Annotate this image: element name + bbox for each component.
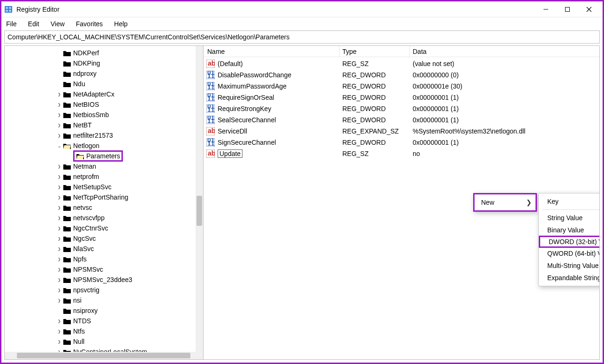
value-row[interactable]: (Default)REG_SZ(value not set) bbox=[204, 58, 599, 69]
expander-icon[interactable]: ❯ bbox=[56, 133, 61, 137]
expander-icon[interactable]: ❯ bbox=[56, 185, 61, 189]
tree-node-parameters[interactable]: Parameters bbox=[5, 151, 203, 161]
folder-icon bbox=[63, 49, 71, 57]
tree-node-ntds[interactable]: ❯NTDS bbox=[5, 316, 203, 326]
value-row[interactable]: UpdateREG_SZno bbox=[204, 148, 599, 159]
value-name: (Default) bbox=[218, 60, 243, 67]
tree-node-netlogon[interactable]: ⌄Netlogon bbox=[5, 141, 203, 151]
column-name[interactable]: Name bbox=[204, 46, 340, 57]
expander-icon[interactable]: ❯ bbox=[56, 205, 61, 209]
expander-icon[interactable]: ❯ bbox=[56, 164, 61, 168]
tree-node-npsmsvc[interactable]: ❯NPSMSvc bbox=[5, 264, 203, 275]
expander-icon[interactable]: ❯ bbox=[56, 174, 61, 178]
column-data[interactable]: Data bbox=[410, 46, 599, 57]
expander-icon[interactable]: ❯ bbox=[56, 92, 61, 96]
tree-node-ndkping[interactable]: NDKPing bbox=[5, 58, 203, 68]
tree-node-netadaptercx[interactable]: ❯NetAdapterCx bbox=[5, 89, 203, 99]
tree-node-netman[interactable]: ❯Netman bbox=[5, 161, 203, 171]
column-type[interactable]: Type bbox=[340, 46, 410, 57]
expander-icon[interactable]: ❯ bbox=[56, 215, 61, 220]
expander-icon[interactable]: ❯ bbox=[56, 267, 61, 271]
value-row[interactable]: RequireSignOrSealREG_DWORD0x00000001 (1) bbox=[204, 92, 599, 103]
tree-node-netbios[interactable]: ❯NetBIOS bbox=[5, 99, 203, 110]
expander-icon[interactable]: ❯ bbox=[56, 298, 61, 302]
address-bar[interactable]: Computer\HKEY_LOCAL_MACHINE\SYSTEM\Curre… bbox=[4, 30, 600, 44]
expander-icon[interactable]: ❯ bbox=[56, 329, 61, 333]
value-name[interactable]: Update bbox=[218, 149, 242, 158]
context-menu-new[interactable]: New ❯ bbox=[473, 193, 537, 212]
tree-node-label: Ndu bbox=[73, 80, 85, 88]
context-item-multi-string-value[interactable]: Multi-String Value bbox=[539, 260, 599, 272]
tree-node-npfs[interactable]: ❯Npfs bbox=[5, 254, 203, 264]
context-item-binary-value[interactable]: Binary Value bbox=[539, 224, 599, 236]
folder-icon bbox=[63, 297, 71, 304]
value-row[interactable]: SealSecureChannelREG_DWORD0x00000001 (1) bbox=[204, 114, 599, 126]
value-row[interactable]: DisablePasswordChangeREG_DWORD0x00000000… bbox=[204, 69, 599, 81]
context-item-string-value[interactable]: String Value bbox=[539, 212, 599, 224]
menu-help[interactable]: Help bbox=[114, 20, 128, 28]
tree-node-nsiproxy[interactable]: nsiproxy bbox=[5, 305, 203, 316]
minimize-button[interactable] bbox=[535, 2, 557, 17]
expander-icon[interactable]: ❯ bbox=[56, 246, 61, 251]
menu-view[interactable]: View bbox=[51, 20, 65, 28]
expander-icon[interactable]: ❯ bbox=[56, 339, 61, 343]
folder-icon bbox=[63, 142, 71, 149]
tree-node-npsmsvc_23ddee3[interactable]: ❯NPSMSvc_23ddee3 bbox=[5, 275, 203, 285]
tree-node-label: NPSMSvc bbox=[73, 266, 103, 273]
tree-node-null[interactable]: ❯Null bbox=[5, 336, 203, 347]
close-button[interactable] bbox=[578, 2, 600, 17]
tree-node-ntfs[interactable]: ❯Ntfs bbox=[5, 326, 203, 336]
expander-icon[interactable]: ❯ bbox=[56, 226, 61, 230]
tree-node-netbt[interactable]: ❯NetBT bbox=[5, 120, 203, 130]
tree-node-ndproxy[interactable]: ndproxy bbox=[5, 68, 203, 79]
maximize-button[interactable] bbox=[557, 2, 578, 17]
menu-file[interactable]: File bbox=[6, 20, 17, 28]
context-item-key[interactable]: Key bbox=[539, 195, 599, 208]
context-item-qword-64-bit-value[interactable]: QWORD (64-bit) Value bbox=[539, 247, 599, 260]
tree-node-nettcpportsharing[interactable]: ❯NetTcpPortSharing bbox=[5, 192, 203, 202]
value-row[interactable]: SignSecureChannelREG_DWORD0x00000001 (1) bbox=[204, 137, 599, 148]
context-item-expandable-string-value[interactable]: Expandable String Value bbox=[539, 272, 599, 284]
tree-vertical-scrollbar[interactable] bbox=[196, 46, 203, 352]
tree-node-ndkperf[interactable]: NDKPerf bbox=[5, 48, 203, 58]
tree-node-netprofm[interactable]: ❯netprofm bbox=[5, 171, 203, 182]
tree-node-ngcsvc[interactable]: ❯NgcSvc bbox=[5, 233, 203, 244]
folder-icon bbox=[63, 59, 71, 67]
expander-icon[interactable]: ❯ bbox=[56, 123, 61, 127]
tree-node-netvscvfpp[interactable]: ❯netvscvfpp bbox=[5, 213, 203, 223]
context-item-new[interactable]: New ❯ bbox=[475, 196, 536, 208]
tree-node-npsvctrig[interactable]: ❯npsvctrig bbox=[5, 285, 203, 295]
tree-node-netbiossmb[interactable]: ❯NetbiosSmb bbox=[5, 110, 203, 120]
tree-node-netsetupsvc[interactable]: ❯NetSetupSvc bbox=[5, 182, 203, 192]
tree-node-netvsc[interactable]: ❯netvsc bbox=[5, 202, 203, 213]
tree-node-ngcctnrsvc[interactable]: ❯NgcCtnrSvc bbox=[5, 223, 203, 233]
expander-icon[interactable]: ⌄ bbox=[55, 143, 63, 149]
registry-tree[interactable]: NDKPerfNDKPingndproxyNdu❯NetAdapterCx❯Ne… bbox=[5, 46, 203, 352]
tree-node-nlasvc[interactable]: ❯NlaSvc bbox=[5, 244, 203, 254]
tree-node-ndu[interactable]: Ndu bbox=[5, 79, 203, 89]
tree-node-nsi[interactable]: ❯nsi bbox=[5, 295, 203, 305]
context-item-dword-32-bit-value[interactable]: DWORD (32-bit) Value bbox=[539, 236, 599, 248]
folder-icon bbox=[63, 193, 71, 201]
expander-icon[interactable]: ❯ bbox=[56, 277, 61, 282]
expander-icon[interactable]: ❯ bbox=[56, 102, 61, 106]
folder-icon bbox=[63, 204, 71, 211]
context-submenu-new[interactable]: KeyString ValueBinary ValueDWORD (32-bit… bbox=[538, 193, 599, 286]
expander-icon[interactable]: ❯ bbox=[56, 257, 61, 261]
expander-icon[interactable]: ❯ bbox=[56, 319, 61, 323]
value-row[interactable]: RequireStrongKeyREG_DWORD0x00000001 (1) bbox=[204, 103, 599, 114]
folder-icon bbox=[63, 121, 71, 129]
expander-icon[interactable]: ❯ bbox=[56, 195, 61, 199]
tree-node-netfilter21573[interactable]: ❯netfilter21573 bbox=[5, 130, 203, 141]
menu-favorites[interactable]: Favorites bbox=[76, 20, 103, 28]
value-row[interactable]: MaximumPasswordAgeREG_DWORD0x0000001e (3… bbox=[204, 81, 599, 92]
tree-node-nvcontainerlocalsystem[interactable]: ❯NvContainerLocalSystem bbox=[5, 347, 203, 352]
expander-icon[interactable]: ❯ bbox=[56, 236, 61, 240]
tree-node-label: netvscvfpp bbox=[73, 214, 105, 222]
menu-edit[interactable]: Edit bbox=[28, 20, 39, 28]
expander-icon[interactable]: ❯ bbox=[56, 288, 61, 292]
value-row[interactable]: ServiceDllREG_EXPAND_SZ%SystemRoot%\syst… bbox=[204, 126, 599, 137]
expander-icon[interactable]: ❯ bbox=[56, 112, 61, 117]
values-list[interactable]: (Default)REG_SZ(value not set)DisablePas… bbox=[204, 57, 599, 159]
tree-horizontal-scrollbar[interactable] bbox=[5, 352, 203, 359]
